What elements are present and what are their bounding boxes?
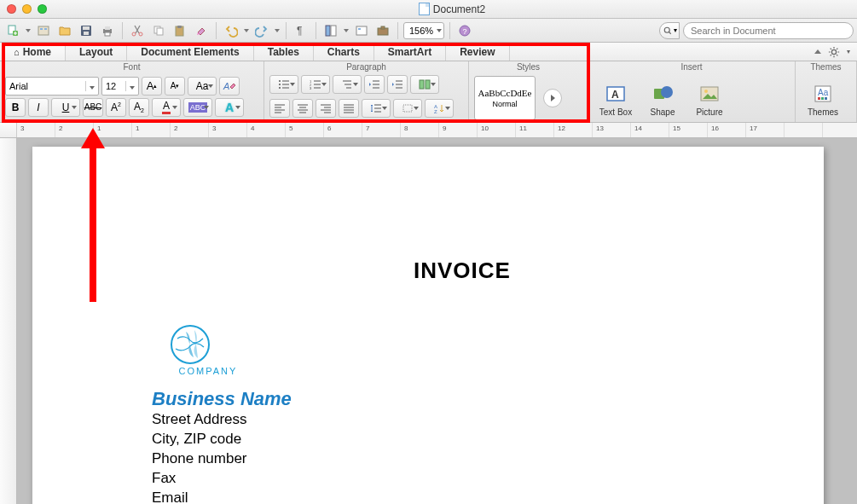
show-formatting-button[interactable]: ¶ <box>292 21 310 40</box>
ruler-tick: 14 <box>634 125 642 132</box>
business-name: Business Name <box>152 388 773 410</box>
align-right-button[interactable] <box>316 99 336 118</box>
undo-button[interactable] <box>222 21 240 40</box>
search-scope-button[interactable]: ▾ <box>659 22 680 39</box>
justify-button[interactable] <box>339 99 359 118</box>
svg-rect-7 <box>84 32 89 35</box>
numbering-button[interactable]: 123 <box>301 75 330 94</box>
svg-rect-23 <box>381 26 385 29</box>
svg-rect-14 <box>157 28 163 35</box>
insert-group: Insert A Text Box Shape Picture <box>588 61 796 122</box>
strikethrough-button[interactable]: ABC <box>83 98 103 117</box>
columns-button[interactable] <box>410 75 439 94</box>
svg-rect-9 <box>105 26 110 30</box>
search-input[interactable] <box>683 22 854 39</box>
cut-button[interactable] <box>128 21 147 40</box>
svg-point-45 <box>704 90 708 93</box>
vertical-ruler[interactable] <box>0 138 17 504</box>
subscript-button[interactable]: A2 <box>129 98 149 117</box>
ruler-tick: 17 <box>750 125 757 132</box>
svg-rect-37 <box>403 105 412 112</box>
ruler-tick: 13 <box>596 125 604 132</box>
align-center-button[interactable] <box>292 99 313 118</box>
multilevel-list-button[interactable] <box>333 75 362 94</box>
gallery-button[interactable] <box>352 21 371 40</box>
svg-rect-6 <box>83 26 90 30</box>
print-button[interactable] <box>98 21 117 40</box>
open-template-button[interactable] <box>34 21 53 40</box>
new-document-button[interactable] <box>3 21 22 40</box>
shrink-font-button[interactable]: A▾ <box>165 77 185 96</box>
themes-button[interactable]: Aa Themes <box>801 75 845 123</box>
insert-text-box-button[interactable]: A Text Box <box>594 75 638 123</box>
horizontal-ruler[interactable]: 3211234567891011121314151617 <box>0 123 857 138</box>
zoom-window-button[interactable] <box>38 4 47 14</box>
tab-document-elements[interactable]: Document Elements <box>127 43 253 61</box>
tab-layout[interactable]: Layout <box>66 43 127 61</box>
decrease-indent-button[interactable] <box>364 75 385 94</box>
address-line: Email <box>152 489 773 504</box>
copy-button[interactable] <box>149 21 168 40</box>
close-window-button[interactable] <box>7 4 16 14</box>
clear-formatting-button[interactable]: A <box>219 77 240 96</box>
increase-indent-button[interactable] <box>387 75 408 94</box>
tab-tables[interactable]: Tables <box>254 43 314 61</box>
logo-caption: COMPANY <box>177 366 239 376</box>
window-titlebar: Document2 <box>0 0 857 19</box>
highlight-button[interactable]: ABC <box>183 98 212 117</box>
grow-font-button[interactable]: A▴ <box>142 77 162 96</box>
group-label: Insert <box>588 61 795 73</box>
svg-rect-10 <box>105 32 110 36</box>
svg-point-43 <box>661 86 673 98</box>
zoom-combo[interactable]: 156% <box>403 22 444 39</box>
ribbon-settings-button[interactable] <box>828 46 840 58</box>
tab-charts[interactable]: Charts <box>314 43 374 61</box>
redo-button[interactable] <box>252 21 271 40</box>
bold-button[interactable]: B <box>5 98 26 117</box>
underline-button[interactable]: U <box>51 98 80 117</box>
ruler-tick: 3 <box>20 125 24 132</box>
redo-dropdown[interactable] <box>274 29 281 32</box>
help-button[interactable]: ? <box>455 21 474 40</box>
open-button[interactable] <box>55 21 74 40</box>
tab-review[interactable]: Review <box>446 43 509 61</box>
text-effects-button[interactable]: A <box>215 98 244 117</box>
font-size-combo[interactable]: 12 <box>101 77 139 96</box>
style-normal[interactable]: AaBbCcDdEe Normal <box>474 76 536 120</box>
italic-button[interactable]: I <box>28 98 49 117</box>
font-name-combo[interactable]: Arial <box>5 77 99 96</box>
minimize-window-button[interactable] <box>22 4 32 14</box>
sort-button[interactable]: AZ <box>425 99 454 118</box>
save-button[interactable] <box>77 21 96 40</box>
invoice-title: INVOICE <box>152 258 773 284</box>
tab-smartart[interactable]: SmartArt <box>374 43 446 61</box>
line-spacing-button[interactable] <box>362 99 391 118</box>
paste-button[interactable] <box>171 21 189 40</box>
collapse-ribbon-button[interactable] <box>814 49 821 54</box>
navigation-dropdown[interactable] <box>343 29 350 32</box>
insert-shape-button[interactable]: Shape <box>640 75 685 123</box>
ruler-tick: 6 <box>327 125 331 132</box>
address-line: Street Address <box>152 410 773 430</box>
align-left-button[interactable] <box>269 99 290 118</box>
ruler-tick: 10 <box>481 125 489 132</box>
styles-more-button[interactable] <box>543 89 562 107</box>
navigation-pane-button[interactable] <box>321 21 340 40</box>
toolbox-button[interactable] <box>373 21 392 40</box>
font-color-button[interactable]: A <box>152 98 181 117</box>
bullets-button[interactable] <box>269 75 298 94</box>
insert-picture-button[interactable]: Picture <box>687 75 732 123</box>
new-dropdown[interactable] <box>25 29 32 32</box>
tab-home[interactable]: ⌂Home <box>0 43 66 61</box>
document-area: INVOICE COMPANY Business Name Street Add… <box>0 138 857 504</box>
format-painter-button[interactable] <box>192 21 211 40</box>
superscript-button[interactable]: A2 <box>106 98 126 117</box>
svg-text:?: ? <box>463 27 467 36</box>
svg-point-12 <box>139 32 142 36</box>
change-case-button[interactable]: Aa <box>188 77 217 96</box>
document-page[interactable]: INVOICE COMPANY Business Name Street Add… <box>32 147 824 504</box>
page-scroll[interactable]: INVOICE COMPANY Business Name Street Add… <box>17 138 857 504</box>
borders-button[interactable] <box>393 99 422 118</box>
quick-access-toolbar: ¶ 156% ? ▾ <box>0 19 857 43</box>
undo-dropdown[interactable] <box>243 29 250 32</box>
